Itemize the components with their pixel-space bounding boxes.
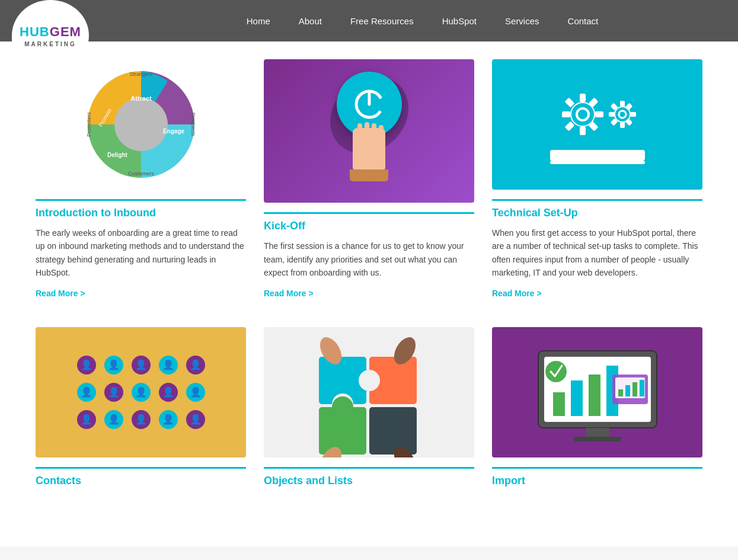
logo-gem: GEM bbox=[50, 24, 81, 40]
nav-link-hubspot[interactable]: HubSpot bbox=[428, 2, 491, 40]
card-text-technical: When you first get access to your HubSpo… bbox=[492, 226, 702, 280]
nav-item-services[interactable]: Services bbox=[491, 2, 554, 40]
power-icon-svg bbox=[352, 87, 387, 122]
nav-item-hubspot[interactable]: HubSpot bbox=[428, 2, 491, 40]
card-title-technical: Technical Set-Up bbox=[492, 199, 702, 219]
person-dot: 👤 bbox=[104, 410, 123, 429]
svg-rect-39 bbox=[369, 407, 417, 455]
logo-hub: HUB bbox=[20, 24, 50, 40]
card-body-inbound: Introduction to Inbound The early weeks … bbox=[36, 190, 246, 303]
card-body-objects: Objects and Lists bbox=[264, 457, 474, 499]
svg-rect-26 bbox=[630, 112, 636, 117]
svg-rect-56 bbox=[625, 385, 630, 396]
import-svg bbox=[520, 333, 675, 452]
small-gear-svg bbox=[603, 95, 642, 134]
card-body-contacts: Contacts bbox=[36, 457, 246, 499]
svg-text:Promoters: Promoters bbox=[86, 112, 92, 137]
nav-item-home[interactable]: Home bbox=[232, 2, 285, 40]
card-kickoff: Kick-Off The first session is a chance f… bbox=[264, 59, 474, 303]
nav-item-contact[interactable]: Contact bbox=[554, 2, 613, 40]
nav-link-contact[interactable]: Contact bbox=[554, 2, 613, 40]
puzzle-svg bbox=[283, 327, 455, 457]
person-dot: 👤 bbox=[159, 410, 178, 429]
nav-links: Home About Free Resources HubSpot Servic… bbox=[119, 2, 726, 40]
person-dot: 👤 bbox=[132, 410, 151, 429]
card-image-objects bbox=[264, 327, 474, 457]
svg-point-12 bbox=[571, 103, 595, 126]
svg-text:Delight: Delight bbox=[107, 152, 128, 158]
svg-text:Attract: Attract bbox=[130, 95, 152, 102]
svg-rect-58 bbox=[640, 380, 644, 396]
logo-bubble: HUB GEM MARKETING bbox=[12, 0, 89, 71]
nav-link-about[interactable]: About bbox=[285, 2, 336, 40]
cards-row-1: Attract Engage Delight Promote Strangers… bbox=[36, 59, 702, 303]
person-dot: 👤 bbox=[186, 383, 205, 402]
card-title-import: Import bbox=[492, 467, 702, 487]
svg-point-1 bbox=[114, 98, 168, 151]
hand-area bbox=[350, 128, 388, 181]
gear-row bbox=[553, 85, 642, 144]
power-btn-container bbox=[328, 72, 411, 190]
svg-rect-16 bbox=[595, 111, 603, 117]
person-dot: 👤 bbox=[159, 356, 178, 375]
svg-rect-55 bbox=[618, 389, 623, 396]
svg-text:Strangers: Strangers bbox=[129, 71, 153, 77]
card-contacts: 👤 👤 👤 👤 👤 👤 👤 👤 👤 👤 👤 👤 👤 👤 👤 bbox=[36, 327, 246, 499]
gears-area bbox=[550, 85, 645, 164]
svg-rect-21 bbox=[564, 121, 574, 132]
person-dot: 👤 bbox=[186, 356, 205, 375]
nav-link-home[interactable]: Home bbox=[232, 2, 285, 40]
person-dot: 👤 bbox=[132, 383, 151, 402]
people-dots: 👤 👤 👤 👤 👤 👤 👤 👤 👤 👤 👤 👤 👤 👤 👤 bbox=[71, 350, 211, 435]
card-import: Import bbox=[492, 327, 702, 499]
progress-bar-container bbox=[550, 150, 645, 161]
person-dot: 👤 bbox=[159, 383, 178, 402]
svg-rect-48 bbox=[553, 392, 565, 416]
person-dot: 👤 bbox=[132, 356, 151, 375]
card-image-technical bbox=[492, 59, 702, 190]
card-body-kickoff: Kick-Off The first session is a chance f… bbox=[264, 203, 474, 303]
card-title-kickoff: Kick-Off bbox=[264, 212, 474, 232]
person-dot: 👤 bbox=[104, 356, 123, 375]
nav-item-free-resources[interactable]: Free Resources bbox=[336, 2, 428, 40]
svg-text:Engage: Engage bbox=[162, 128, 184, 135]
nav-item-about[interactable]: About bbox=[285, 2, 336, 40]
person-dot: 👤 bbox=[77, 410, 96, 429]
person-dot: 👤 bbox=[77, 356, 96, 375]
svg-rect-14 bbox=[580, 94, 586, 102]
svg-rect-57 bbox=[632, 382, 637, 396]
logo-area[interactable]: HUB GEM MARKETING bbox=[12, 0, 95, 71]
read-more-kickoff[interactable]: Read More > bbox=[264, 289, 314, 298]
svg-rect-17 bbox=[562, 111, 570, 117]
person-dot: 👤 bbox=[186, 410, 205, 429]
card-objects: Objects and Lists bbox=[264, 327, 474, 499]
svg-rect-50 bbox=[589, 375, 600, 416]
card-technical: Technical Set-Up When you first get acce… bbox=[492, 59, 702, 303]
svg-rect-46 bbox=[586, 428, 609, 437]
card-body-technical: Technical Set-Up When you first get acce… bbox=[492, 190, 702, 303]
svg-rect-15 bbox=[580, 127, 586, 135]
nav-link-services[interactable]: Services bbox=[491, 2, 554, 40]
card-image-contacts: 👤 👤 👤 👤 👤 👤 👤 👤 👤 👤 👤 👤 👤 👤 👤 bbox=[36, 327, 246, 457]
card-image-kickoff bbox=[264, 59, 474, 203]
svg-rect-47 bbox=[574, 437, 621, 441]
card-title-inbound: Introduction to Inbound bbox=[36, 199, 246, 219]
card-title-objects: Objects and Lists bbox=[264, 467, 474, 487]
card-image-inbound: Attract Engage Delight Promote Strangers… bbox=[36, 59, 246, 190]
svg-rect-27 bbox=[609, 112, 615, 117]
card-image-import bbox=[492, 327, 702, 457]
person-dot: 👤 bbox=[77, 383, 96, 402]
nav-link-free-resources[interactable]: Free Resources bbox=[336, 2, 428, 40]
inbound-wheel-svg: Attract Engage Delight Promote Strangers… bbox=[82, 65, 200, 184]
svg-point-36 bbox=[359, 370, 380, 391]
logo-marketing: MARKETING bbox=[24, 41, 76, 47]
main-nav: HUB GEM MARKETING Home About Free Resour… bbox=[0, 0, 738, 41]
cards-row-2: 👤 👤 👤 👤 👤 👤 👤 👤 👤 👤 👤 👤 👤 👤 👤 bbox=[36, 327, 702, 499]
read-more-inbound[interactable]: Read More > bbox=[36, 289, 85, 298]
person-dot: 👤 bbox=[104, 383, 123, 402]
svg-rect-25 bbox=[620, 122, 625, 128]
card-intro-inbound: Attract Engage Delight Promote Strangers… bbox=[36, 59, 246, 303]
svg-text:Customers: Customers bbox=[128, 171, 154, 177]
read-more-technical[interactable]: Read More > bbox=[492, 289, 542, 298]
progress-bar-line bbox=[550, 161, 645, 164]
